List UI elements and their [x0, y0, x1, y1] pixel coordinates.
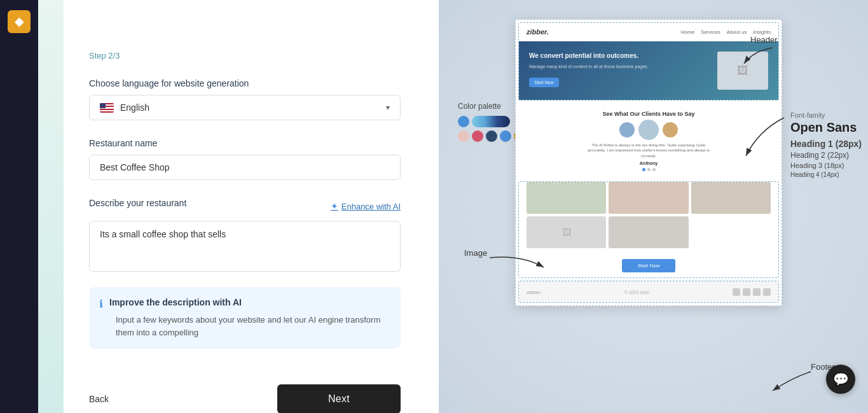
restaurant-name-input[interactable] — [89, 155, 401, 180]
heading-2: Heading 2 (22px) — [790, 151, 862, 160]
mockup-author: Anthony — [640, 161, 658, 165]
font-family-box: Font-family Open Sans Heading 1 (28px) H… — [790, 111, 862, 178]
color-swatch-red — [472, 130, 483, 142]
dot-1 — [642, 168, 645, 171]
info-icon: ℹ — [99, 298, 103, 310]
avatar-1 — [619, 122, 635, 137]
flag-us — [100, 103, 114, 113]
enhance-label: Enhance with AI — [341, 202, 401, 211]
mockup-hero-text: We convert potential into outcomes. Mana… — [529, 52, 711, 90]
mockup-header: zibber. Home Services About us Insights — [519, 23, 778, 41]
mockup-hero-title: We convert potential into outcomes. — [529, 52, 711, 60]
mockup-header-section: zibber. Home Services About us Insights … — [518, 22, 779, 101]
restaurant-name-label: Restaurant name — [89, 138, 401, 148]
mockup-hero-sub: Manage many kind of content in all at th… — [529, 64, 711, 70]
header-annotation: Header — [750, 35, 778, 45]
mockup-dots — [642, 168, 656, 171]
footer-arrow — [766, 365, 817, 397]
grid-item-3 — [691, 182, 771, 214]
mockup-hero-btn: Start Now — [529, 78, 559, 87]
info-box-header: ℹ Improve the description with AI — [99, 297, 390, 310]
us-flag-icon — [100, 102, 114, 113]
mockup-grid: 🖼 — [519, 182, 778, 253]
logo-icon: ◆ — [15, 15, 24, 29]
mockup-quote: The Al Robot is always to the are doing … — [585, 143, 712, 158]
social-icon-3 — [753, 288, 761, 296]
grid-item-1 — [527, 182, 606, 214]
next-button[interactable]: Next — [277, 384, 401, 413]
right-panel: Color palette — [439, 0, 868, 413]
chat-icon: 💬 — [833, 372, 849, 387]
mockup-image-grid-box: 🖼 Start Now — [518, 181, 779, 278]
nav-insights: Insights — [753, 29, 771, 35]
social-icon-1 — [733, 288, 740, 296]
color-swatch-navy — [486, 130, 497, 142]
image-annotation: Image — [464, 248, 487, 258]
chevron-down-icon: ▾ — [386, 103, 390, 112]
dot-3 — [652, 168, 656, 171]
info-box: ℹ Improve the description with AI Input … — [89, 287, 401, 349]
sidebar: ◆ — [0, 0, 38, 413]
language-field-label: Choose language for website generation — [89, 78, 401, 88]
enhance-with-ai-button[interactable]: ✦ Enhance with AI — [331, 201, 401, 211]
back-button[interactable]: Back — [89, 394, 109, 404]
grid-item-5 — [609, 216, 688, 248]
mockup-footer-copy: © 2022 ziber — [624, 290, 650, 295]
social-icon-4 — [763, 288, 771, 296]
social-icon-2 — [743, 288, 750, 296]
left-panel: Step 2/3 Choose language for website gen… — [38, 0, 439, 413]
describe-textarea[interactable]: Its a small coffee shop that sells — [89, 221, 401, 272]
describe-header: Describe your restaurant ✦ Enhance with … — [89, 198, 401, 214]
language-select[interactable]: English ▾ — [89, 95, 401, 120]
heading-1: Heading 1 (28px) — [790, 139, 862, 149]
mockup-cta: Start Now — [519, 253, 778, 277]
describe-label: Describe your restaurant — [89, 198, 186, 208]
color-bar-blue — [472, 116, 510, 127]
language-value: English — [120, 102, 149, 113]
grid-item-4: 🖼 — [527, 216, 606, 248]
mockup-section-title: See What Our Clients Have to Say — [523, 111, 774, 117]
info-title: Improve the description with AI — [109, 297, 242, 307]
language-select-wrapper[interactable]: English ▾ — [89, 95, 401, 120]
font-arrow — [740, 111, 790, 162]
mockup-testimonial: The Al Robot is always to the are doing … — [523, 122, 774, 171]
mockup-logo: zibber. — [527, 28, 549, 36]
mockup-footer: zibber. © 2022 ziber — [519, 281, 778, 302]
bottom-bar: Back Next — [38, 374, 439, 413]
form-area: Step 2/3 Choose language for website gen… — [38, 0, 439, 374]
mockup-footer-logo: zibber. — [527, 290, 542, 295]
heading-4: Heading 4 (14px) — [790, 171, 862, 178]
avatar-center — [638, 120, 659, 140]
heading-3: Heading 3 (18px) — [790, 162, 862, 169]
color-swatch-blue — [458, 116, 469, 127]
font-family-label: Font-family — [790, 111, 862, 119]
nav-about: About us — [727, 29, 747, 35]
chat-button[interactable]: 💬 — [826, 365, 855, 394]
dot-2 — [647, 168, 651, 171]
avatar-2 — [663, 122, 678, 137]
step-label: Step 2/3 — [89, 51, 401, 60]
grid-item-2 — [609, 182, 688, 214]
mockup-hero: We convert potential into outcomes. Mana… — [519, 41, 778, 100]
preview-container: Color palette — [439, 0, 868, 413]
nav-services: Services — [701, 29, 720, 35]
header-arrow — [741, 45, 779, 70]
sidebar-logo[interactable]: ◆ — [8, 10, 31, 33]
image-arrow — [490, 251, 553, 283]
mockup-cta-btn: Start Now — [622, 259, 675, 272]
nav-home: Home — [681, 29, 694, 35]
mockup-footer-box: zibber. © 2022 ziber — [518, 281, 779, 303]
color-swatch-pink — [458, 130, 469, 142]
sparkle-icon: ✦ — [331, 201, 338, 211]
mockup-footer-social — [733, 288, 771, 296]
color-swatch-blue2 — [500, 130, 511, 142]
mockup-avatars — [619, 122, 678, 140]
mockup-nav: Home Services About us Insights — [681, 29, 771, 35]
info-text: Input a few keywords about your website … — [116, 314, 390, 339]
heading-list: Heading 1 (28px) Heading 2 (22px) Headin… — [790, 139, 862, 178]
font-family-name: Open Sans — [790, 120, 862, 135]
